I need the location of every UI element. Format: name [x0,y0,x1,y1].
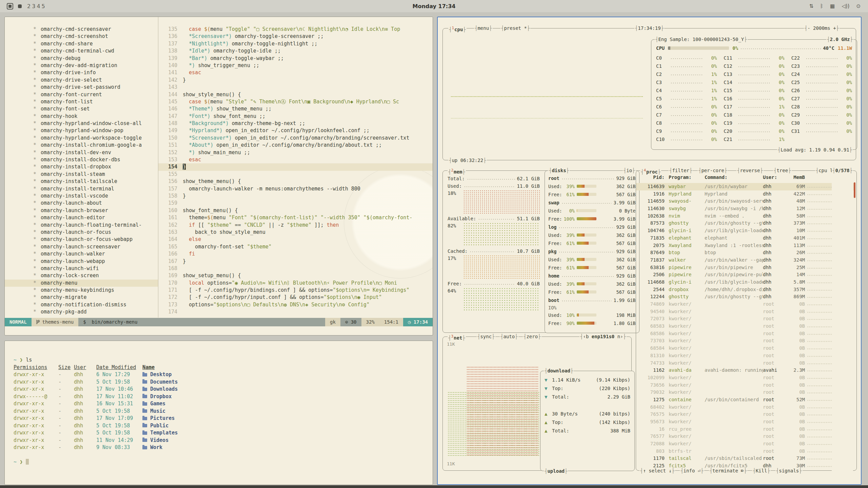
proc-filter-button[interactable]: filter [669,167,693,174]
file-item[interactable]: *omarchy-launch-or-focus-webapp [5,236,158,243]
proc-row[interactable]: 73703kworker/root0B0.0 [636,337,854,345]
proc-row[interactable]: 73656kworker/root0B0.0 [636,382,854,389]
file-item[interactable]: *omarchy-migrate [5,294,158,301]
code-line[interactable]: 161 theme=$(menu "Font" "$(omarchy-font-… [158,214,433,221]
net-zero-toggle[interactable]: zero [523,333,541,340]
disks-label[interactable]: disks [548,167,570,174]
proc-row[interactable]: 16rcu_preeroot0B0.0 [636,426,854,433]
code-line[interactable]: 152 *) show_main_menu ;; [158,149,433,156]
ms-minus[interactable]: - [807,25,810,31]
code-line[interactable]: 167} [158,258,433,265]
code-line[interactable]: 137 *Nightlight*) omarchy-toggle-nightli… [158,40,433,47]
code-line[interactable]: 159 [158,200,433,207]
file-item[interactable]: *omarchy-launch-about [5,200,158,207]
file-item[interactable]: *omarchy-hyprland-window-close-all [5,120,158,127]
proc-footer-key[interactable]: terminate ⌦ [709,467,748,474]
file-item[interactable]: *omarchy-install-terminal [5,185,158,192]
file-item[interactable]: *omarchy-cmd-screenshot [5,33,158,40]
proc-row[interactable]: 72088kworker/root0B0.0 [636,440,854,448]
file-item[interactable]: *omarchy-drive-set-password [5,84,158,91]
code-line[interactable]: 141 esac [158,69,433,76]
file-item[interactable]: *omarchy-menu [5,280,158,287]
code-line[interactable]: 170 local options="◉ Audio\n≈ Wifi\nᛒ Bl… [158,280,433,287]
net-interface-switcher[interactable]: ‹b enp191s0 n› [579,333,627,340]
bluetooth-icon[interactable]: ᛒ [820,3,823,9]
code-line[interactable]: 146 *Theme*) show_theme_menu ;; [158,105,433,113]
stats-icon[interactable]: ▦ [830,3,835,9]
file-item[interactable]: *omarchy-launch-webapp [5,258,158,265]
workspace-number[interactable]: 5 [42,3,45,9]
file-item[interactable]: *omarchy-launch-editor [5,214,158,221]
io-toggle[interactable]: io [623,167,636,174]
proc-row[interactable]: 2544dropbox/home/dhh/.dropbox-distdhh357… [636,286,854,293]
proc-row[interactable]: 102099kworker/root0B0.0 [636,374,854,382]
code-line[interactable]: 153 esac [158,156,433,163]
net-sync-toggle[interactable]: sync [477,333,495,340]
file-item[interactable]: *omarchy-launch-floating-terminal- [5,222,158,229]
code-line[interactable]: 157 omarchy-launch-walker -m menus:omarc… [158,185,433,192]
proc-row[interactable]: 87649btopbtopdhh26M0.0 [636,249,854,257]
proc-row[interactable]: 114639waybar/usr/bin/waybardhh69M0.0 [636,183,854,190]
mem-box-label[interactable]: 2mem [448,167,466,175]
file-item[interactable]: *omarchy-cmd-share [5,40,158,47]
file-item[interactable]: *omarchy-font-current [5,91,158,98]
code-line[interactable]: 158} [158,192,433,200]
file-item[interactable]: *omarchy-install-chromium-google-a [5,142,158,149]
file-item[interactable]: *omarchy-debug [5,55,158,62]
proc-row[interactable]: 114630swaybg/usr/bin/swaybg -i /homdhh12… [636,205,854,212]
proc-scrollbar[interactable] [854,182,855,198]
proc-row[interactable]: 72073kworker/root0B0.0 [636,315,854,323]
proc-footer-key[interactable]: ↑ select ↓ [639,467,675,474]
code-line[interactable]: 163 back_to show_style_menu [158,229,433,236]
code-line[interactable]: 138 *Idle*) omarchy-toggle-idle ;; [158,47,433,55]
file-item[interactable]: *omarchy-hyprland-workspace-toggle [5,135,158,142]
network-traffic-icon[interactable]: ⇅ [809,3,813,9]
proc-row[interactable]: 74733kworker/root0B0.0 [636,360,854,367]
menu-button[interactable]: menu [474,25,493,32]
cpu-box-label[interactable]: 1cpu [448,25,467,33]
proc-row[interactable]: 76575kworker/root0B0.0 [636,411,854,418]
file-item[interactable]: *omarchy-font-set [5,105,158,113]
proc-row[interactable]: 803btrfs-trroot0B0.0 [636,448,854,455]
proc-row[interactable]: 68586kworker/root0B0.0 [636,330,854,338]
file-item[interactable]: *omarchy-install-steam [5,171,158,178]
file-item[interactable]: *omarchy-menu-keybindings [5,287,158,294]
proc-row[interactable]: 68584kworker/root0B0.0 [636,345,854,352]
code-line[interactable]: 143 [158,84,433,91]
code-line[interactable]: 156show_theme_menu() { [158,178,433,185]
file-item[interactable]: *omarchy-install-tailscale [5,178,158,185]
code-line[interactable]: 150 *Screensaver*) open_in_editor ~/.con… [158,135,433,142]
code-line[interactable]: 162 if [[ "$theme" == "CNCLD" || -z "$th… [158,222,433,229]
code-line[interactable]: 174 [158,308,433,316]
code-line[interactable]: 151 *About*) open_in_editor ~/.config/om… [158,142,433,149]
file-item[interactable]: *omarchy-launch-wifi [5,265,158,272]
file-item[interactable]: *omarchy-dev-add-migration [5,62,158,69]
proc-row[interactable]: 95673kworker/root0B0.0 [636,418,854,426]
proc-row[interactable]: 68402kworker/root0B0.0 [636,404,854,411]
preset-button[interactable]: preset * [500,25,530,32]
code-line[interactable]: 155 [158,171,433,178]
proc-row[interactable]: 114659swayosd-/usr/bin/swayosd-serverdhh… [636,198,854,205]
code-line[interactable]: 164 else [158,236,433,243]
code-line[interactable]: 136 *Screensaver*) omarchy-toggle-screen… [158,33,433,40]
proc-footer-key[interactable]: Kill [752,467,771,474]
proc-row[interactable]: 81310kworker/root0B0.0 [636,352,854,360]
code-line[interactable]: 149 *Hyprland*) open_in_editor ~/.config… [158,127,433,134]
workspace-active-icon[interactable] [7,3,13,9]
proc-footer-key[interactable]: signals [775,467,803,474]
proc-row[interactable]: 1170tailscal/usr/sbin/tailscaled --root7… [636,455,854,462]
workspace-window-dot[interactable] [18,4,22,8]
proc-row[interactable]: 68583kworker/root0B0.0 [636,323,854,330]
col-memb[interactable]: MemB [785,173,805,182]
code-line[interactable]: 145 case $(menu "Style" "✎ Theme\nⒶ Font… [158,98,433,105]
proc-row[interactable]: 1916HyprlandHyprlanddhh422M0.0 [636,190,854,198]
workspace-number[interactable]: 3 [32,3,35,9]
microphone-icon[interactable]: ⊙ [856,3,861,9]
proc-row[interactable]: 114668glycin-i/usr/lib/glycin-loadersdhh… [636,279,854,286]
code-line[interactable]: 166 fi [158,250,433,258]
net-auto-toggle[interactable]: auto [500,333,518,340]
proc-row[interactable]: 74869kworker/root0B0.0 [636,301,854,308]
btop-window[interactable]: 1cpu menu preset * 17:34:19 - 2000ms + E… [437,17,862,485]
file-item[interactable]: *omarchy-pkg-add [5,308,158,316]
file-item[interactable]: *omarchy-launch-or-focus [5,229,158,236]
